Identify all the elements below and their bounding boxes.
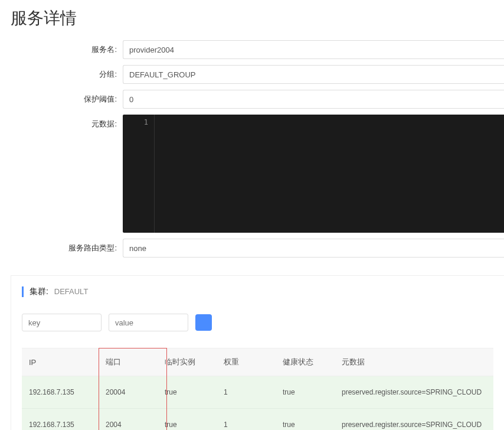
cell-port: 2004 <box>99 409 158 431</box>
filter-key-input[interactable] <box>22 314 102 331</box>
cell-weight: 1 <box>217 376 276 409</box>
metadata-editor[interactable]: 1 <box>123 115 504 233</box>
cell-ephemeral: true <box>158 409 217 431</box>
input-protect-threshold[interactable] <box>123 90 504 109</box>
cell-health: true <box>276 409 335 431</box>
cluster-panel: 集群: DEFAULT IP 端口 临时实例 权重 健康状态 元数据 <box>11 275 504 430</box>
cell-metadata: preserved.register.source=SPRING_CLOUD <box>335 376 493 409</box>
cell-ephemeral: true <box>158 376 217 409</box>
cell-ip: 192.168.7.135 <box>22 409 99 431</box>
table-row: 192.168.7.135 2004 true 1 true preserved… <box>22 409 493 431</box>
col-header-ephemeral: 临时实例 <box>158 348 217 376</box>
editor-gutter: 1 <box>123 115 155 233</box>
col-header-ip: IP <box>22 348 99 376</box>
cluster-header: 集群: DEFAULT <box>22 286 493 297</box>
editor-content[interactable] <box>155 115 504 233</box>
col-header-health: 健康状态 <box>276 348 335 376</box>
col-header-metadata: 元数据 <box>335 348 493 376</box>
cluster-name: DEFAULT <box>54 287 89 296</box>
cell-port: 20004 <box>99 376 158 409</box>
instances-table: IP 端口 临时实例 权重 健康状态 元数据 192.168.7.135 200… <box>22 348 493 430</box>
col-header-weight: 权重 <box>217 348 276 376</box>
label-service-name: 服务名: <box>11 40 123 55</box>
page-title: 服务详情 <box>11 7 504 30</box>
cell-ip: 192.168.7.135 <box>22 376 99 409</box>
label-protect-threshold: 保护阈值: <box>11 90 123 105</box>
input-route-type[interactable] <box>123 239 504 258</box>
input-group[interactable] <box>123 65 504 84</box>
filter-submit-button[interactable] <box>195 314 212 331</box>
cell-metadata: preserved.register.source=SPRING_CLOUD <box>335 409 493 431</box>
filter-value-input[interactable] <box>109 314 188 331</box>
cell-weight: 1 <box>217 409 276 431</box>
table-row: 192.168.7.135 20004 true 1 true preserve… <box>22 376 493 409</box>
label-metadata: 元数据: <box>11 115 123 129</box>
input-service-name[interactable] <box>123 40 504 59</box>
cluster-label: 集群: <box>30 286 48 296</box>
label-route-type: 服务路由类型: <box>11 239 123 253</box>
label-group: 分组: <box>11 65 123 80</box>
cell-health: true <box>276 376 335 409</box>
col-header-port: 端口 <box>99 348 158 376</box>
